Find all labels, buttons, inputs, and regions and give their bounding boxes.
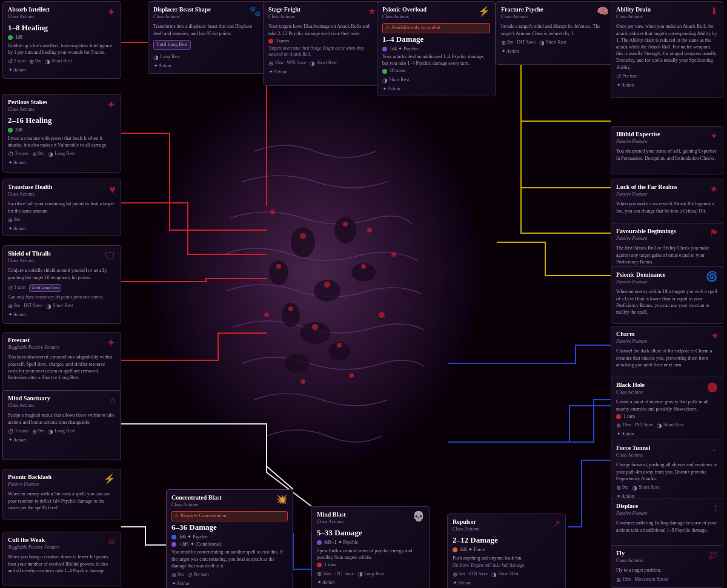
card-displace: Displace Passive Feature ↕ Creatures suf… <box>611 498 723 546</box>
card-action: ✦ Action <box>8 67 116 73</box>
card-damage: 1–8 Healing <box>8 23 116 33</box>
svg-point-10 <box>300 233 306 239</box>
card-subtitle: Class Actions <box>8 14 50 20</box>
card-favourable-beginnings: Favourable Beginnings Passive Feature ⚑ … <box>611 223 723 271</box>
svg-point-15 <box>312 324 318 330</box>
damage-stat: 1d8 <box>15 35 22 41</box>
card-absorb-intellect: Absorb Intellect Class Actions ✦ 1–8 Hea… <box>2 1 121 79</box>
svg-point-1 <box>291 227 315 257</box>
card-charm: Charm Passive Feature ♥ Channel the dark… <box>611 326 723 380</box>
card-stage-fright: Stage Fright Class Actions ★ Your target… <box>263 1 382 86</box>
card-psionic-overload: Psionic Overload Class Actions ⚡ ⚠ Avail… <box>377 1 496 96</box>
svg-point-21 <box>270 210 275 214</box>
card-desc: Gobble up a foe's intellect, lowering th… <box>8 42 116 56</box>
svg-point-23 <box>300 379 305 384</box>
svg-point-16 <box>276 264 281 269</box>
svg-point-11 <box>343 222 348 226</box>
card-luck-far-realms: Luck of the Far Realms Passive Feature ★… <box>611 179 723 227</box>
svg-point-12 <box>324 282 330 288</box>
svg-point-19 <box>264 312 269 317</box>
svg-point-14 <box>361 264 366 269</box>
svg-point-22 <box>391 252 396 257</box>
card-cull-the-weak: Cull the Weak Togglable Passive Feature … <box>2 532 121 586</box>
svg-point-20 <box>367 228 372 233</box>
card-transfuse-health: Transfuse Health Class Actions ♥ Sacrifi… <box>2 179 121 236</box>
svg-point-18 <box>379 312 385 318</box>
card-ability-drain: Ability Drain Class Actions ⬇ Once per t… <box>611 1 723 98</box>
card-freecast: Freecast Togglable Passive Feature ✦ You… <box>2 332 121 392</box>
svg-point-0 <box>151 79 479 466</box>
svg-point-2 <box>334 217 356 243</box>
card-title: Absorb Intellect <box>8 5 50 13</box>
card-warning: ⚠ Available only in combat. <box>382 23 490 33</box>
svg-point-24 <box>349 373 354 378</box>
card-black-hole: Black Hole Class Actions ⬤ Create a poin… <box>611 377 723 442</box>
card-force-tunnel: Force Tunnel Class Actions → Charge forw… <box>611 440 723 504</box>
card-psionic-backlash: Psionic Backlash Passive Feature ⚡ When … <box>2 469 121 520</box>
card-perilous-stakes: Perilous Stakes Class Actions ✦ 2–16 Hea… <box>2 94 121 173</box>
card-repulsor: Repulsor Class Actions ↗ 2–12 Damage 2d6… <box>447 514 566 588</box>
card-illithid-expertise: Illithid Expertise Passive Feature ✦ You… <box>611 126 723 174</box>
card-fracture-psyche: Fracture Psyche Class Actions 🧠 Invade a… <box>496 1 614 65</box>
svg-point-17 <box>337 343 342 348</box>
card-psionic-dominance: Psionic Dominance Passive Feature 🌀 When… <box>611 266 723 324</box>
svg-point-9 <box>285 354 309 373</box>
card-fly: Fly Class Actions 🕊 Fly to a target posi… <box>611 545 723 588</box>
card-displacer-beast: Displacer Beast Shape Class Actions 🐾 Tr… <box>148 1 267 74</box>
card-mind-blast: Mind Blast Class Actions 💀 5–33 Damage 4… <box>311 506 430 588</box>
card-mind-sanctuary: Mind Sanctuary Class Actions ⌂ Sculpt a … <box>2 390 121 460</box>
card-shield-of-thralls: Shield of Thralls Class Actions 🛡 Conjur… <box>2 245 121 324</box>
svg-point-13 <box>288 306 293 311</box>
card-concentrated-blast: Concentrated Blast Class Actions 💥 ⚠ Req… <box>166 489 293 588</box>
